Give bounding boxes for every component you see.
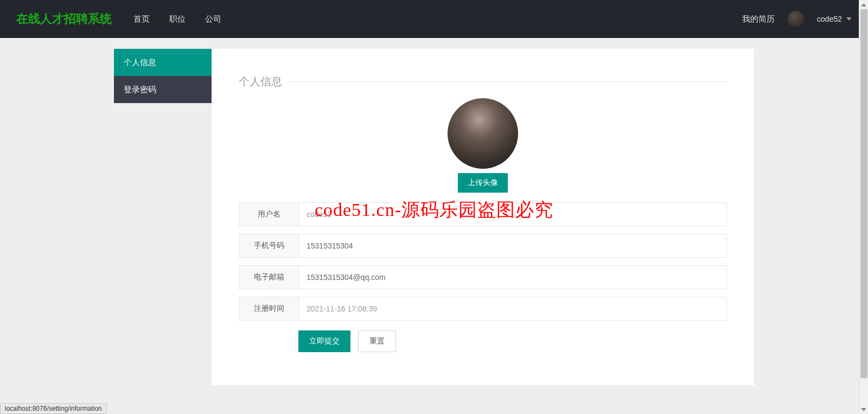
sidebar-item-label: 个人信息 <box>124 58 156 67</box>
phone-input[interactable] <box>299 234 726 257</box>
sidebar-item-label: 登录密码 <box>124 85 156 94</box>
avatar-block: 上传头像 <box>239 98 727 193</box>
section-title: 个人信息 <box>239 74 289 89</box>
nav-link-company[interactable]: 公司 <box>205 14 221 24</box>
svg-marker-1 <box>861 408 866 411</box>
reset-button[interactable]: 重置 <box>358 330 396 352</box>
caret-down-icon <box>846 17 852 21</box>
svg-marker-0 <box>861 3 866 7</box>
scroll-down-icon[interactable] <box>859 405 868 414</box>
page-container: 个人信息 登录密码 个人信息 上传头像 用户名 手机号码 电子邮箱 注册时间 <box>114 49 754 385</box>
main-panel: 个人信息 上传头像 用户名 手机号码 电子邮箱 注册时间 立即提交 重置 <box>212 49 754 385</box>
user-avatar-icon[interactable] <box>788 11 804 27</box>
navbar: 在线人才招聘系统 首页 职位 公司 我的简历 code52 <box>0 0 868 38</box>
browser-status-bar: localhost:8076/setting/information <box>0 403 107 414</box>
field-username: 用户名 <box>239 202 727 226</box>
field-email: 电子邮箱 <box>239 265 727 289</box>
upload-avatar-button[interactable]: 上传头像 <box>458 173 508 193</box>
regtime-input <box>299 297 726 320</box>
field-label: 注册时间 <box>239 297 299 320</box>
field-label: 用户名 <box>239 203 299 226</box>
nav-link-jobs[interactable]: 职位 <box>169 14 186 24</box>
username-input <box>299 203 726 226</box>
sidebar-item-personal-info[interactable]: 个人信息 <box>114 49 212 76</box>
form-actions: 立即提交 重置 <box>239 330 727 352</box>
sidebar: 个人信息 登录密码 <box>114 49 212 385</box>
nav-link-my-resume[interactable]: 我的简历 <box>742 14 775 24</box>
field-regtime: 注册时间 <box>239 297 727 321</box>
section-divider: 个人信息 <box>239 81 727 82</box>
email-input[interactable] <box>299 266 726 289</box>
brand-title: 在线人才招聘系统 <box>16 11 112 27</box>
avatar-image <box>448 98 518 169</box>
field-phone: 手机号码 <box>239 234 727 258</box>
nav-link-home[interactable]: 首页 <box>133 14 150 24</box>
scrollbar-thumb[interactable] <box>860 9 867 378</box>
field-label: 电子邮箱 <box>239 266 299 289</box>
sidebar-item-password[interactable]: 登录密码 <box>114 76 212 103</box>
vertical-scrollbar[interactable] <box>859 0 868 414</box>
nav-links: 首页 职位 公司 <box>133 14 221 24</box>
scroll-up-icon[interactable] <box>859 0 868 9</box>
submit-button[interactable]: 立即提交 <box>298 330 350 352</box>
field-label: 手机号码 <box>239 234 299 257</box>
user-menu[interactable]: code52 <box>817 15 852 23</box>
nav-right: 我的简历 code52 <box>742 11 852 27</box>
nav-username: code52 <box>817 15 842 23</box>
